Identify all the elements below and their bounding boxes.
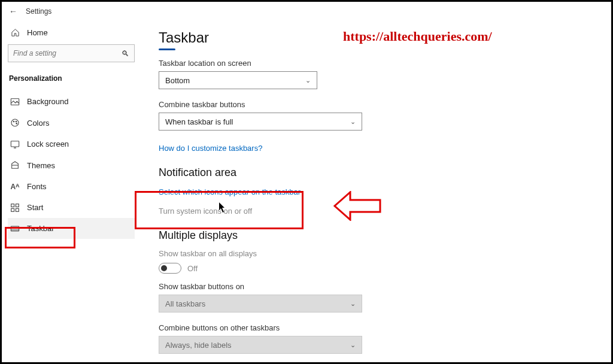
lockscreen-icon <box>10 140 20 148</box>
svg-rect-10 <box>16 208 19 211</box>
nav-themes[interactable]: Themes <box>8 154 135 176</box>
window-title: Settings <box>26 7 51 16</box>
notification-area-heading: Notification area <box>159 166 593 179</box>
sidebar: Home 🔍︎ Personalization Background Color… <box>2 21 141 362</box>
nav-fonts[interactable]: AA Fonts <box>8 176 135 197</box>
nav-home-label: Home <box>27 28 48 37</box>
chevron-down-icon: ⌄ <box>350 118 356 126</box>
showall-label: Show taskbar on all displays <box>159 249 593 258</box>
palette-icon <box>10 118 20 128</box>
picture-icon <box>10 98 20 106</box>
buttons-on-select[interactable]: All taskbars ⌄ <box>159 295 362 313</box>
highlight-taskbar-nav <box>5 227 75 248</box>
combine-label: Combine taskbar buttons <box>159 100 593 109</box>
location-value: Bottom <box>165 76 190 85</box>
nav-label: Colors <box>27 119 50 128</box>
highlight-system-icons <box>135 191 304 229</box>
back-button[interactable]: ← <box>9 7 17 16</box>
nav-label: Fonts <box>27 182 47 191</box>
home-icon <box>10 28 20 37</box>
category-label: Personalization <box>8 72 135 91</box>
nav-background[interactable]: Background <box>8 91 135 112</box>
svg-point-1 <box>11 119 19 126</box>
themes-icon <box>10 160 20 170</box>
combine-other-label: Combine buttons on other taskbars <box>159 323 593 332</box>
svg-rect-7 <box>11 204 14 207</box>
nav-colors[interactable]: Colors <box>8 112 135 134</box>
buttons-on-label: Show taskbar buttons on <box>159 282 593 291</box>
nav-label: Lock screen <box>27 139 69 148</box>
toggle-track <box>159 263 181 274</box>
search-input[interactable] <box>13 49 122 57</box>
combine-other-value: Always, hide labels <box>165 341 232 350</box>
svg-point-3 <box>16 121 17 122</box>
nav-label: Themes <box>27 161 55 170</box>
combine-value: When taskbar is full <box>165 117 233 126</box>
start-icon <box>10 204 20 212</box>
fonts-icon: AA <box>10 183 20 191</box>
combine-select[interactable]: When taskbar is full ⌄ <box>159 113 362 131</box>
svg-rect-8 <box>16 204 19 207</box>
combine-other-select[interactable]: Always, hide labels ⌄ <box>159 336 362 354</box>
nav-home[interactable]: Home <box>8 25 135 44</box>
search-icon: 🔍︎ <box>122 49 129 58</box>
svg-point-4 <box>16 123 17 125</box>
location-select[interactable]: Bottom ⌄ <box>159 71 317 89</box>
watermark-text: https://alltechqueries.com/ <box>343 29 492 44</box>
toggle-state: Off <box>187 264 198 273</box>
showall-toggle[interactable]: Off <box>159 263 593 274</box>
chevron-down-icon: ⌄ <box>350 341 356 349</box>
title-accent <box>159 48 175 50</box>
multiple-displays-heading: Multiple displays <box>159 229 593 242</box>
buttons-on-value: All taskbars <box>165 299 205 308</box>
svg-rect-6 <box>14 147 16 148</box>
search-box[interactable]: 🔍︎ <box>8 44 135 62</box>
location-label: Taskbar location on screen <box>159 59 593 68</box>
chevron-down-icon: ⌄ <box>350 300 356 308</box>
svg-rect-9 <box>11 208 14 211</box>
chevron-down-icon: ⌄ <box>305 77 311 84</box>
nav-lockscreen[interactable]: Lock screen <box>8 134 135 154</box>
nav-label: Background <box>27 97 68 106</box>
nav-start[interactable]: Start <box>8 197 135 218</box>
toggle-knob <box>161 265 167 271</box>
arrow-annotation <box>333 191 381 223</box>
svg-rect-5 <box>11 141 19 146</box>
svg-point-2 <box>13 121 14 122</box>
customize-link[interactable]: How do I customize taskbars? <box>159 144 262 153</box>
nav-label: Start <box>27 203 43 212</box>
